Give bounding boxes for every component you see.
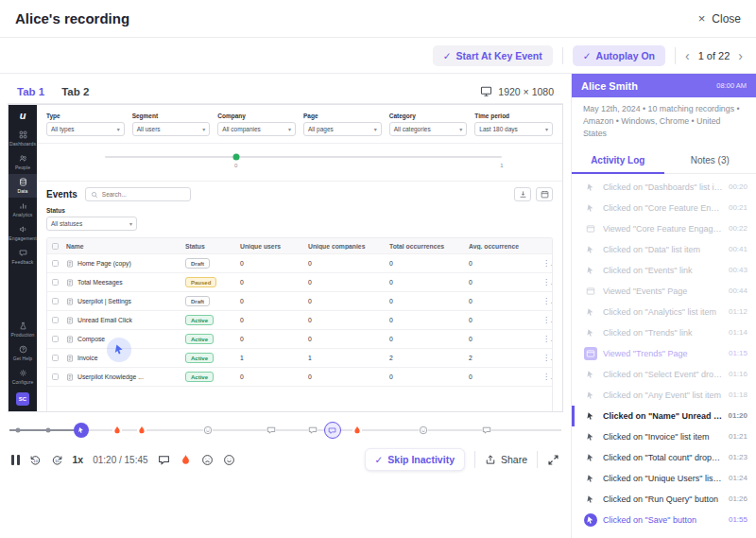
playback-speed-button[interactable]: 1x — [73, 454, 84, 465]
sidebar-item-feedback[interactable]: Feedback — [9, 245, 37, 269]
table-row[interactable]: Userpilot | SettingsDraft0000⋮ — [47, 292, 552, 311]
activity-row[interactable]: Clicked on "Events" link00:43 — [572, 260, 756, 281]
activity-row[interactable]: Viewed "Events" Page00:44 — [572, 281, 756, 302]
row-checkbox[interactable] — [47, 279, 62, 286]
comment-icon[interactable] — [158, 454, 170, 466]
timeline-marker-playhead[interactable] — [74, 423, 89, 438]
sidebar-item-dashboards[interactable]: Dashboards — [9, 127, 37, 150]
search-input[interactable] — [102, 191, 185, 198]
activity-row[interactable]: Clicked on "Analytics" list item01:12 — [572, 302, 756, 322]
tab-notes[interactable]: Notes (3) — [664, 148, 756, 173]
activity-row[interactable]: Clicked on "Total count" dropdown01:23 — [572, 447, 756, 468]
row-checkbox[interactable] — [47, 373, 62, 380]
timeline-track[interactable] — [9, 429, 561, 431]
row-menu-button[interactable]: ⋮ — [539, 316, 552, 324]
filter-select[interactable]: All pages▾ — [303, 122, 382, 136]
playback-timeline[interactable] — [9, 419, 561, 442]
autoplay-toggle[interactable]: ✓ Autoplay On — [573, 45, 665, 66]
timeline-marker-flame[interactable] — [137, 425, 146, 435]
events-search-box[interactable] — [85, 187, 191, 201]
row-checkbox[interactable] — [47, 336, 62, 342]
timeline-marker-flame[interactable] — [112, 425, 122, 435]
sidebar-item-production[interactable]: Production — [9, 318, 37, 341]
sidebar-item-configure[interactable]: Configure — [9, 365, 37, 389]
previous-recording-button[interactable]: ‹ — [685, 49, 690, 62]
slider-handle[interactable] — [232, 154, 239, 161]
sidebar-item-engagement[interactable]: Engagement — [9, 221, 37, 245]
click-icon — [584, 201, 597, 215]
sidebar-item-data[interactable]: Data — [9, 174, 37, 198]
timeline-marker-smiley[interactable] — [419, 425, 428, 435]
status-badge: Active — [185, 372, 214, 382]
skip-inactivity-toggle[interactable]: ✓ Skip Inactivity — [365, 448, 465, 471]
timeline-marker-flame[interactable] — [352, 425, 362, 435]
timeline-marker-smiley[interactable] — [203, 425, 213, 435]
activity-row[interactable]: Clicked on "Invoice" list item01:21 — [572, 426, 756, 447]
table-row[interactable]: Total MeesagesPaused0000⋮ — [47, 273, 552, 292]
activity-row[interactable]: Clicked on "Unique Users" list item01:24 — [572, 468, 756, 489]
tab-1[interactable]: Tab 1 — [17, 86, 44, 97]
activity-row[interactable]: Clicked on "Any Event" list item01:18 — [572, 385, 756, 406]
filter-select[interactable]: Last 180 days▾ — [474, 122, 553, 136]
export-button[interactable] — [514, 187, 531, 201]
row-checkbox[interactable] — [47, 260, 62, 267]
sidebar-item-analytics[interactable]: Analytics — [9, 198, 37, 221]
rewind-10-button[interactable]: 10 — [29, 454, 42, 466]
filter-select[interactable]: All categories▾ — [389, 122, 468, 136]
activity-row[interactable]: Viewed "Core Feature Engagment"00:22 — [572, 218, 756, 239]
user-avatar[interactable]: SC — [16, 392, 29, 406]
table-row[interactable]: Unread Email ClickActive0000⋮ — [47, 311, 552, 330]
row-menu-button[interactable]: ⋮ — [539, 297, 552, 305]
slider-track[interactable]: 0 1 — [105, 156, 502, 158]
timeline-marker-comment[interactable] — [482, 425, 491, 435]
timeline-marker-comment[interactable] — [308, 425, 318, 435]
next-recording-button[interactable]: › — [738, 49, 743, 62]
timeline-marker-dot[interactable] — [15, 428, 20, 433]
filter-select[interactable]: All types▾ — [46, 122, 125, 136]
status-filter-select[interactable]: All statuses ▾ — [46, 217, 137, 231]
date-range-button[interactable] — [536, 187, 553, 201]
sidebar-item-get-help[interactable]: Get Help — [9, 341, 37, 365]
row-menu-button[interactable]: ⋮ — [539, 354, 552, 362]
close-button[interactable]: × Close — [698, 11, 741, 26]
row-checkbox[interactable] — [47, 317, 62, 323]
row-menu-button[interactable]: ⋮ — [539, 259, 552, 268]
activity-row[interactable]: Viewed "Trends" Page01:15 — [572, 343, 756, 364]
tab-activity-log[interactable]: Activity Log — [572, 148, 664, 173]
activity-text: Clicked on "Invoice" list item — [603, 432, 723, 442]
tab-2[interactable]: Tab 2 — [61, 86, 89, 97]
header-checkbox[interactable] — [47, 243, 62, 250]
timeline-marker-ring[interactable] — [324, 422, 341, 439]
timeline-marker-comment[interactable] — [266, 425, 276, 435]
table-row[interactable]: Home Page (copy)Draft0000⋮ — [47, 254, 552, 273]
start-at-key-event-button[interactable]: ✓ Start At Key Event — [433, 45, 553, 66]
activity-row[interactable]: Clicked on "Dashboards" list item00:20 — [572, 177, 756, 198]
table-row[interactable]: Userpilot Knowledge ...Active0000⋮ — [47, 368, 552, 387]
fullscreen-button[interactable] — [547, 454, 559, 466]
sidebar-item-people[interactable]: People — [9, 150, 37, 174]
filter-select[interactable]: All companies▾ — [217, 122, 296, 136]
skip-inactivity-label: Skip Inactivity — [387, 454, 455, 465]
row-checkbox[interactable] — [47, 355, 62, 361]
activity-row[interactable]: Clicked on "Core Feature Engagem...00:21 — [572, 198, 756, 218]
timeline-marker-dot[interactable] — [45, 428, 50, 433]
frown-icon[interactable] — [201, 454, 214, 466]
row-menu-button[interactable]: ⋮ — [539, 278, 552, 286]
smiley-icon[interactable] — [223, 454, 235, 466]
row-menu-button[interactable]: ⋮ — [539, 335, 552, 343]
row-checkbox[interactable] — [47, 298, 62, 304]
activity-row[interactable]: Clicked on "Save" button01:55 — [572, 510, 756, 530]
activity-row[interactable]: Clicked on "Select Event" dropdown01:16 — [572, 364, 756, 385]
row-menu-button[interactable]: ⋮ — [539, 373, 552, 381]
rage-click-icon[interactable] — [180, 454, 192, 466]
activity-row[interactable]: Clicked on "Name" Unread Email C...01:20 — [572, 406, 756, 426]
activity-row[interactable]: Clicked on "Data" list item00:41 — [572, 239, 756, 260]
table-row[interactable]: ComposeActive0000⋮ — [47, 330, 552, 349]
forward-10-button[interactable]: 10 — [51, 454, 63, 466]
share-button[interactable]: Share — [485, 454, 527, 465]
activity-row[interactable]: Clicked on "Run Query" button01:26 — [572, 489, 756, 510]
table-row[interactable]: InvoiceActive1122⋮ — [47, 349, 552, 368]
pause-button[interactable] — [11, 455, 20, 465]
activity-row[interactable]: Clicked on "Trends" link01:14 — [572, 322, 756, 343]
filter-select[interactable]: All users▾ — [132, 122, 211, 136]
